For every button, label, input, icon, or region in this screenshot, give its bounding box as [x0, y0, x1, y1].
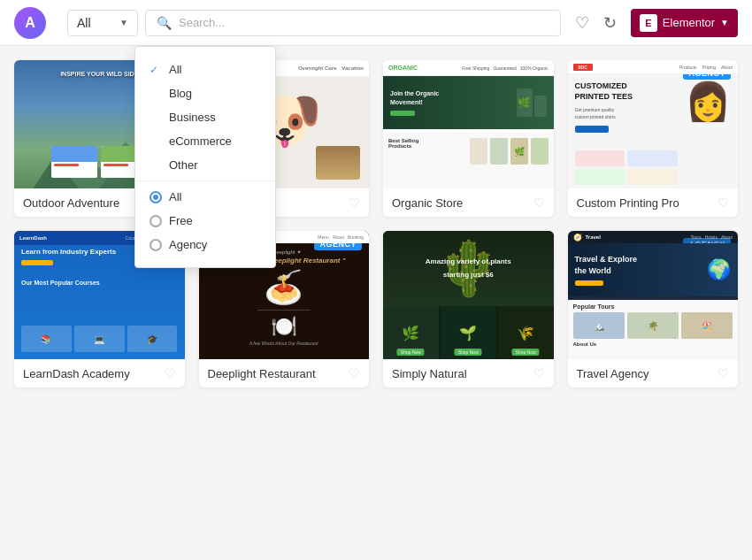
- favorite-icon[interactable]: ♡: [165, 366, 176, 380]
- radio-inner: [153, 195, 158, 200]
- card-title: LearnDash Academy: [23, 367, 130, 380]
- card-thumbnail: AGENCY ORGANIC Free ShippingGuaranteed10…: [383, 60, 554, 188]
- card-title: Custom Printing Pro: [577, 196, 679, 210]
- filter-dropdown[interactable]: All ▼: [67, 10, 138, 36]
- price-free[interactable]: Free: [135, 209, 275, 233]
- card-footer: Organic Store ♡: [383, 188, 554, 217]
- filter-dropdown-menu: ✓ All Blog Business eCommerce Other: [134, 46, 276, 268]
- favorites-icon[interactable]: ♡: [575, 13, 589, 33]
- card-thumbnail: AGENCY SDC ProductsPricingAbout CUSTOMIZ…: [568, 60, 739, 188]
- card-travel-agency[interactable]: AGENCY 🧭 Travel ToursHotelsAbout Travel …: [568, 231, 739, 387]
- card-organic-store[interactable]: AGENCY ORGANIC Free ShippingGuaranteed10…: [383, 60, 554, 217]
- price-all[interactable]: All: [135, 185, 275, 209]
- card-title: Deeplight Restaurant: [208, 367, 316, 380]
- favorite-icon[interactable]: ♡: [533, 196, 545, 210]
- radio-selected-icon: [150, 191, 162, 203]
- card-footer: Deeplight Restaurant ♡: [199, 359, 370, 387]
- price-section: All Free Agency: [135, 181, 275, 260]
- elementor-chevron-icon: ▼: [720, 18, 729, 27]
- elementor-label: Elementor: [663, 16, 715, 29]
- favorite-icon[interactable]: ♡: [717, 366, 729, 380]
- card-custom-printing-pro[interactable]: AGENCY SDC ProductsPricingAbout CUSTOMIZ…: [568, 60, 739, 217]
- favorite-icon[interactable]: ♡: [349, 196, 360, 210]
- elementor-logo-icon: E: [640, 14, 657, 32]
- filter-business[interactable]: Business: [135, 105, 275, 129]
- filter-blog[interactable]: Blog: [135, 81, 275, 105]
- card-title: Simply Natural: [392, 367, 467, 380]
- filter-label: All: [77, 16, 91, 30]
- refresh-icon[interactable]: ↻: [603, 13, 617, 33]
- header: A All ▼ 🔍 Search... ♡ ↻ E Elementor ▼ ✓ …: [0, 0, 752, 46]
- card-simply-natural[interactable]: 🌵 Amazing variety of plantsstarting just…: [383, 231, 554, 387]
- favorite-icon[interactable]: ♡: [717, 196, 729, 210]
- category-section: ✓ All Blog Business eCommerce Other: [135, 54, 275, 181]
- check-icon: ✓: [150, 64, 162, 76]
- card-title: Outdoor Adventure: [23, 196, 119, 210]
- elementor-button[interactable]: E Elementor ▼: [631, 9, 738, 37]
- filter-all[interactable]: ✓ All: [135, 58, 275, 81]
- favorite-icon[interactable]: ♡: [349, 366, 360, 380]
- card-footer: Custom Printing Pro ♡: [568, 188, 739, 217]
- card-title: Organic Store: [392, 196, 463, 210]
- card-footer: Simply Natural ♡: [383, 359, 554, 387]
- header-actions: ♡ ↻ E Elementor ▼: [575, 9, 738, 37]
- favorite-icon[interactable]: ♡: [533, 366, 545, 380]
- card-footer: LearnDash Academy ♡: [14, 359, 185, 387]
- radio-empty-icon: [150, 215, 162, 227]
- card-thumbnail: 🌵 Amazing variety of plantsstarting just…: [383, 231, 554, 359]
- search-bar[interactable]: 🔍 Search...: [145, 10, 561, 36]
- price-agency[interactable]: Agency: [135, 233, 275, 257]
- app-logo[interactable]: A: [14, 7, 46, 39]
- filter-ecommerce[interactable]: eCommerce: [135, 129, 275, 153]
- card-thumbnail: AGENCY 🧭 Travel ToursHotelsAbout Travel …: [568, 231, 739, 359]
- template-grid: INSPIRE YOUR WILD SIDE Outdoor Adventure…: [0, 46, 752, 402]
- search-placeholder: Search...: [179, 16, 225, 29]
- card-title: Travel Agency: [577, 367, 649, 380]
- card-footer: Travel Agency ♡: [568, 359, 739, 387]
- chevron-down-icon: ▼: [119, 18, 128, 27]
- filter-other[interactable]: Other: [135, 153, 275, 177]
- radio-empty-icon: [150, 239, 162, 251]
- search-icon: 🔍: [157, 16, 172, 30]
